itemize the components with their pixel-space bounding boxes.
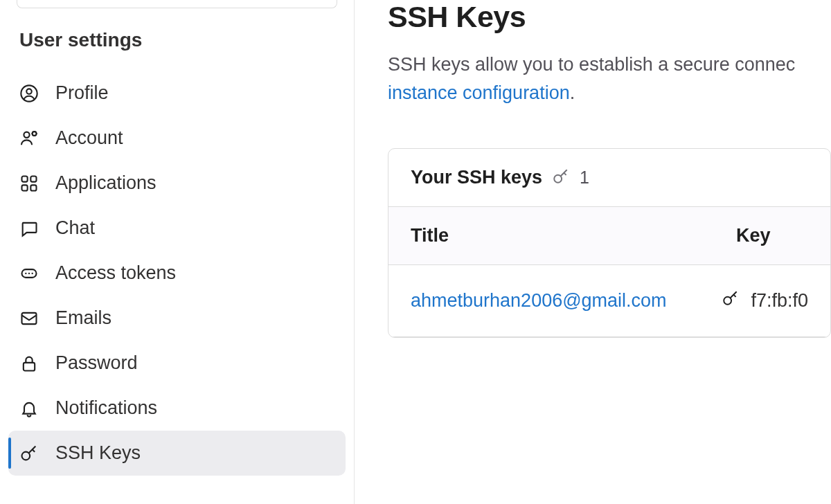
svg-point-2 xyxy=(24,132,29,137)
table-header: Title Key xyxy=(388,207,830,265)
sidebar-item-access-tokens[interactable]: Access tokens xyxy=(8,251,346,296)
svg-point-9 xyxy=(25,272,26,273)
sidebar-item-password[interactable]: Password xyxy=(8,341,346,386)
sidebar: User settings Profile Account Applicatio… xyxy=(0,0,355,504)
sidebar-item-applications[interactable]: Applications xyxy=(8,161,346,206)
sidebar-item-label: Emails xyxy=(55,307,111,329)
sidebar-item-label: Access tokens xyxy=(55,262,176,284)
svg-point-1 xyxy=(26,89,31,93)
svg-rect-6 xyxy=(22,185,28,190)
sidebar-item-label: SSH Keys xyxy=(55,442,141,464)
account-icon xyxy=(19,129,39,148)
ssh-keys-card: Your SSH keys 1 Title Key ahmetburhan200… xyxy=(388,148,831,338)
bell-icon xyxy=(19,399,39,418)
svg-rect-7 xyxy=(30,185,36,190)
token-icon xyxy=(19,264,39,283)
column-key: Key xyxy=(736,225,771,246)
description-period: . xyxy=(570,82,575,103)
applications-icon xyxy=(19,174,39,193)
sidebar-item-emails[interactable]: Emails xyxy=(8,296,346,341)
column-title: Title xyxy=(411,225,736,246)
svg-rect-5 xyxy=(30,176,36,181)
ssh-key-title-link[interactable]: ahmetburhan2006@gmail.com xyxy=(411,290,667,311)
sidebar-item-label: Account xyxy=(55,127,123,149)
page-description: SSH keys allow you to establish a secure… xyxy=(388,51,831,107)
svg-rect-13 xyxy=(24,362,35,370)
key-fingerprint-cell: f7:fb:f0 xyxy=(722,289,808,312)
instance-configuration-link[interactable]: instance configuration xyxy=(388,82,570,103)
sidebar-heading: User settings xyxy=(0,29,354,51)
card-header: Your SSH keys 1 xyxy=(388,149,830,207)
key-icon xyxy=(19,444,39,463)
lock-icon xyxy=(19,354,39,373)
svg-rect-12 xyxy=(22,312,37,323)
sidebar-item-ssh-keys[interactable]: SSH Keys xyxy=(8,431,346,476)
sidebar-item-label: Profile xyxy=(55,82,109,104)
page-title: SSH Keys xyxy=(388,0,831,34)
svg-point-11 xyxy=(32,272,33,273)
nav-list: Profile Account Applications Chat Access xyxy=(0,71,354,476)
svg-point-14 xyxy=(22,451,30,460)
sidebar-item-label: Applications xyxy=(55,172,157,194)
svg-point-10 xyxy=(28,272,30,273)
search-box-outline xyxy=(17,0,337,8)
sidebar-item-label: Notifications xyxy=(55,397,157,419)
profile-icon xyxy=(19,84,39,103)
svg-point-15 xyxy=(554,174,562,182)
sidebar-item-label: Chat xyxy=(55,217,95,239)
main-content: SSH Keys SSH keys allow you to establish… xyxy=(355,0,831,504)
key-fingerprint: f7:fb:f0 xyxy=(751,290,808,312)
sidebar-item-label: Password xyxy=(55,352,138,374)
table-row: ahmetburhan2006@gmail.com f7:fb:f0 xyxy=(388,265,830,337)
key-icon xyxy=(552,168,570,188)
sidebar-item-notifications[interactable]: Notifications xyxy=(8,386,346,431)
key-icon xyxy=(722,289,740,312)
key-count: 1 xyxy=(580,168,589,188)
sidebar-item-chat[interactable]: Chat xyxy=(8,206,346,251)
sidebar-item-account[interactable]: Account xyxy=(8,116,346,161)
card-header-title: Your SSH keys xyxy=(411,167,542,188)
sidebar-item-profile[interactable]: Profile xyxy=(8,71,346,116)
description-text: SSH keys allow you to establish a secure… xyxy=(388,54,795,75)
svg-rect-4 xyxy=(22,176,28,181)
chat-icon xyxy=(19,219,39,238)
key-title-cell: ahmetburhan2006@gmail.com xyxy=(411,290,722,312)
email-icon xyxy=(19,309,39,328)
